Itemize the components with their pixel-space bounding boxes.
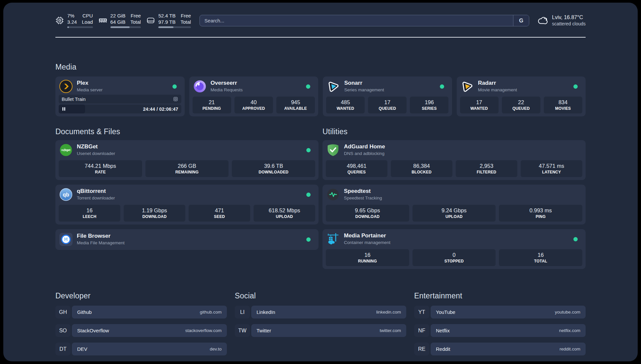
cloud-icon [537,15,548,26]
filebrowser-title: File Browser [77,233,125,240]
bookmark-name: Netflix [436,328,450,333]
weather-widget[interactable]: Lviv, 16.87°C scattered clouds [537,14,586,27]
nzbget-stat-downloaded: 39.6 TBDOWNLOADED [232,160,315,177]
radarr-status-dot [573,84,578,89]
cpu-icon [55,16,64,25]
portainer-icon [326,232,340,246]
portainer-card[interactable]: Media Portainer Container management 16R… [322,229,586,269]
adguard-card[interactable]: AdGuard Home DNS and adblocking 498,461Q… [322,140,586,180]
speedtest-stat-ping: 0.993 msPING [499,205,582,222]
portainer-stat-total: 16TOTAL [499,249,582,266]
overseerr-stat-available: 945AVAILABLE [276,97,315,113]
cpu-progressbar [67,26,93,28]
disk-progressbar [158,26,191,28]
plex-now-playing-title: Bullet Train [62,97,86,102]
bookmark-abbr: RE [414,343,429,355]
search-provider-button[interactable]: G [513,15,529,26]
bookmark-linkedin[interactable]: LI LinkedInlinkedin.com [235,306,406,318]
adguard-desc: DNS and adblocking [344,151,385,156]
overseerr-stat-pending: 21PENDING [193,97,231,113]
topbar: 7% 3.24 CPU Load [55,13,586,28]
sonarr-stat-wanted: 485WANTED [326,97,365,113]
overseerr-title: Overseerr [211,80,243,87]
cpu-label: CPU [82,13,93,19]
sonarr-stat-series: 196SERIES [410,97,448,113]
speedtest-icon [326,188,340,201]
bookmark-dev[interactable]: DT DEVdev.to [55,343,227,355]
overseerr-status-dot [306,84,310,89]
adguard-stat-filtered: 2,953FILTERED [456,160,517,177]
plex-desc: Media server [77,87,103,93]
svg-text:qb: qb [63,192,69,197]
section-title-entertainment: Entertainment [414,291,586,300]
nzbget-card[interactable]: nzbget NZBGet Usenet downloader 744.21 M… [55,140,319,180]
bookmark-netflix[interactable]: NF Netflixnetflix.com [414,324,586,337]
portainer-title: Media Portainer [344,232,390,239]
bookmark-abbr: NF [414,324,429,337]
memory-total-label: Total [130,19,141,25]
plex-time: 24:44 / 02:06:47 [143,106,178,112]
cpu-widget: 7% 3.24 CPU Load [55,13,93,28]
bookmark-reddit[interactable]: RE Redditreddit.com [414,343,586,355]
nzbget-icon: nzbget [59,143,73,157]
plex-player-row: 24:44 / 02:06:47 [59,105,181,113]
bookmark-stackoverflow[interactable]: SO StackOverflowstackoverflow.com [55,324,227,337]
bookmark-youtube[interactable]: YT YouTubeyoutube.com [414,306,586,318]
qbittorrent-stat-download: 1.19 GbpsDOWNLOAD [124,205,185,222]
speedtest-stat-download: 9.65 GbpsDOWNLOAD [326,205,409,222]
svg-text:nzbget: nzbget [61,148,71,152]
adguard-icon [326,143,340,157]
disk-free-label: Free [180,13,191,19]
radarr-stat-movies: 834MOVIES [544,97,582,113]
radarr-card[interactable]: Radarr Movie management 17WANTED 22QUEUE… [457,76,586,116]
filebrowser-card[interactable]: File Browser Media File Management [55,229,319,250]
bookmark-github[interactable]: GH Githubgithub.com [55,306,227,318]
speedtest-card[interactable]: Speedtest Speedtest Tracking 9.65 GbpsDO… [322,185,586,225]
qbittorrent-status-dot [306,193,311,197]
memory-total: 64 GiB [110,19,126,25]
bookmark-name: DEV [77,346,87,352]
weather-location-temp: Lviv, 16.87°C [552,14,586,21]
resource-widgets: 7% 3.24 CPU Load [55,13,191,28]
pause-icon[interactable] [62,107,66,111]
documents-column: Documents & Files nzbget NZBGet [55,127,319,250]
bookmark-abbr: SO [55,324,71,337]
bookmark-name: Twitter [257,328,271,333]
qbittorrent-card[interactable]: qb qBittorrent Torrent downloader 16LEEC… [55,185,319,225]
bookmark-name: StackOverflow [77,328,109,333]
sonarr-card[interactable]: Sonarr Series management 485WANTED 17QUE… [323,76,452,116]
plex-card[interactable]: Plex Media server Bullet Train 24:44 / 0… [55,76,185,116]
bookmark-name: YouTube [436,309,455,315]
bookmark-name: LinkedIn [257,309,275,315]
filebrowser-status-dot [306,237,311,242]
entertainment-section: Entertainment YT YouTubeyoutube.com NF N… [414,291,586,355]
plex-now-playing: Bullet Train [59,95,181,104]
bookmark-url: stackoverflow.com [185,328,222,333]
weather-condition: scattered clouds [552,21,586,27]
plex-icon [59,80,73,93]
section-title-utilities: Utilities [322,127,586,136]
plex-status-dot [172,84,177,89]
radarr-desc: Movie management [478,87,517,93]
search-box: G [199,15,529,26]
radarr-stat-wanted: 17WANTED [460,97,499,113]
disk-free: 52.4 TB [158,13,175,19]
radarr-stat-queued: 22QUEUED [502,97,540,113]
memory-free: 22 GiB [110,13,126,19]
bookmark-url: dev.to [210,347,222,351]
bookmark-url: reddit.com [560,347,580,351]
sonarr-status-dot [440,84,444,89]
overseerr-card[interactable]: Overseerr Media Requests 21PENDING 40APP… [189,76,319,116]
nzbget-stat-rate: 744.21 MbpsRATE [59,160,142,177]
section-title-media: Media [55,63,586,72]
overseerr-desc: Media Requests [211,87,243,93]
bookmark-url: netflix.com [559,328,580,333]
bookmark-twitter[interactable]: TW Twittertwitter.com [235,324,406,337]
nzbget-status-dot [306,148,311,152]
sonarr-icon [327,80,340,93]
disk-icon [146,16,155,25]
bookmark-url: twitter.com [380,328,401,333]
search-input[interactable] [200,18,513,23]
speedtest-stat-upload: 9.24 GbpsUPLOAD [412,205,496,222]
overseerr-icon [193,80,206,93]
